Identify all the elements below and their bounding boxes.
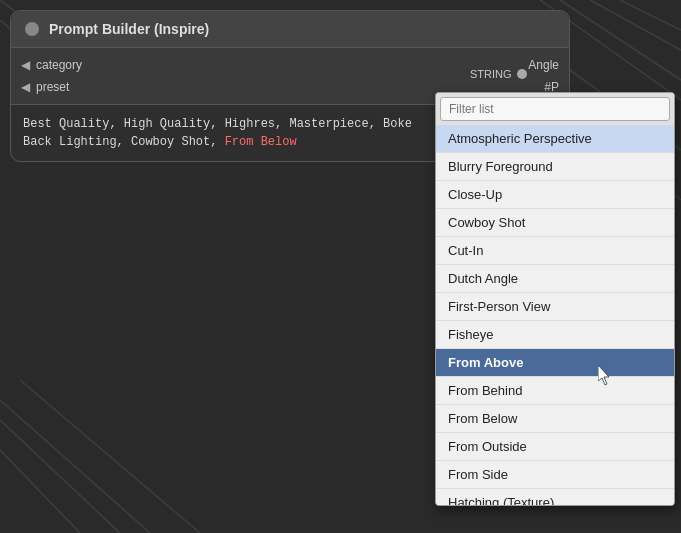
dropdown-item[interactable]: Close-Up (436, 181, 674, 209)
dropdown-item[interactable]: First-Person View (436, 293, 674, 321)
dropdown-item[interactable]: Hatching (Texture) (436, 489, 674, 505)
node-status-dot (25, 22, 39, 36)
string-output: STRING (470, 68, 681, 80)
category-label: category (36, 58, 528, 72)
filter-wrapper (436, 93, 674, 125)
dropdown-item[interactable]: From Behind (436, 377, 674, 405)
dropdown-item[interactable]: Atmospheric Perspective (436, 125, 674, 153)
dropdown-item[interactable]: From Below (436, 405, 674, 433)
category-arrow[interactable]: ◀ (21, 58, 30, 72)
dropdown-list: Atmospheric PerspectiveBlurry Foreground… (436, 125, 674, 505)
highlight-text: From Below (225, 135, 297, 149)
output-connector[interactable] (517, 69, 527, 79)
dropdown-item[interactable]: Cowboy Shot (436, 209, 674, 237)
svg-line-8 (0, 450, 80, 533)
dropdown-item[interactable]: Fisheye (436, 321, 674, 349)
dropdown-item[interactable]: Cut-In (436, 237, 674, 265)
preset-arrow[interactable]: ◀ (21, 80, 30, 94)
dropdown-item[interactable]: Dutch Angle (436, 265, 674, 293)
svg-line-7 (0, 420, 120, 533)
dropdown-item[interactable]: Blurry Foreground (436, 153, 674, 181)
svg-line-9 (20, 380, 200, 533)
dropdown-item[interactable]: From Outside (436, 433, 674, 461)
node-header: Prompt Builder (Inspire) (11, 11, 569, 48)
dropdown-item[interactable]: From Above (436, 349, 674, 377)
dropdown-item[interactable]: From Side (436, 461, 674, 489)
angle-dropdown: Atmospheric PerspectiveBlurry Foreground… (435, 92, 675, 506)
svg-line-3 (620, 0, 681, 30)
string-label: STRING (470, 68, 512, 80)
svg-line-6 (0, 400, 150, 533)
filter-input[interactable] (440, 97, 670, 121)
node-title: Prompt Builder (Inspire) (49, 21, 209, 37)
